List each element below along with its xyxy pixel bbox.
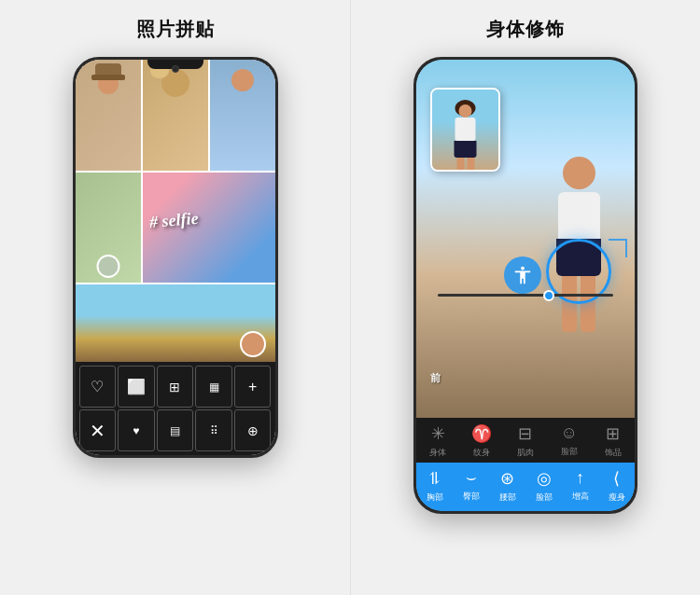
nav-item-waist[interactable]: ⊛ 腰部: [489, 468, 525, 504]
body-adjust-icon[interactable]: [504, 256, 541, 294]
nav-item-slim[interactable]: ⟨ 瘦身: [598, 468, 635, 504]
slider-indicator[interactable]: [543, 290, 554, 301]
right-panel: 身体修饰: [350, 0, 700, 595]
tattoo-nav-label: 纹身: [473, 447, 490, 459]
before-thumbnail[interactable]: [430, 88, 500, 172]
toolbar-icon-square[interactable]: ⬜: [118, 366, 155, 408]
right-panel-title: 身体修饰: [486, 17, 565, 42]
collage-cell-3[interactable]: [210, 60, 275, 171]
nav-item-muscle[interactable]: ⊟ 肌肉: [504, 423, 548, 459]
collage-cell-5[interactable]: # selfie: [143, 173, 275, 284]
nav-item-tattoo[interactable]: ♈ 纹身: [460, 423, 504, 459]
body-photo-area[interactable]: 前: [416, 60, 635, 418]
nav-row-top: ✳ 身体 ♈ 纹身 ⊟ 肌肉 ☺ 脸部: [416, 418, 635, 463]
woman-head: [563, 157, 595, 189]
toolbar-icon-cols3[interactable]: ▦: [195, 366, 232, 408]
woman-top: [558, 192, 600, 239]
chest-nav-label: 胸部: [427, 491, 443, 504]
hip-nav-label: 臀部: [463, 491, 480, 503]
muscle-nav-icon: ⊟: [518, 423, 532, 444]
left-panel-title: 照片拼贴: [136, 17, 215, 42]
waist-nav-icon: ⊛: [500, 468, 514, 489]
progress-slider[interactable]: [416, 294, 635, 297]
woman-hair: [553, 149, 605, 191]
collage-toolbar: ♡ ⬜ ⊞ ▦ + ✕ ♥ ▤ ⠿ ⊕: [76, 362, 275, 455]
accessories-nav-label: 饰品: [605, 447, 622, 459]
toolbar-icon-rows[interactable]: ▤: [157, 409, 194, 451]
nav-item-accessories[interactable]: ⊞ 饰品: [591, 423, 635, 459]
height-nav-icon: ↑: [576, 468, 584, 488]
muscle-nav-label: 肌肉: [517, 447, 534, 459]
face-bottom-nav-icon: ◎: [537, 468, 552, 489]
face-top-nav-icon: ☺: [561, 423, 578, 443]
before-label: 前: [430, 371, 441, 385]
toolbar-icon-x[interactable]: ✕: [79, 409, 117, 451]
right-phone-mockup: 前: [413, 57, 637, 514]
toolbar-icon-dots[interactable]: ⠿: [195, 409, 232, 451]
collage-cell-1[interactable]: [76, 60, 141, 171]
selfie-hashtag: # selfie: [148, 209, 199, 232]
accessories-nav-icon: ⊞: [606, 423, 620, 444]
slim-nav-label: 瘦身: [609, 491, 625, 504]
toolbar-icon-heart[interactable]: ♡: [79, 366, 117, 408]
collage-cell-4[interactable]: [76, 173, 141, 284]
left-phone-mockup: # selfie ♡ ⬜ ⊞ ▦ +: [73, 57, 278, 458]
crop-icon: [609, 239, 627, 257]
toolbar-icon-heart2[interactable]: ♥: [118, 409, 155, 451]
nav-item-chest[interactable]: ⥮ 胸部: [416, 468, 453, 504]
hip-nav-icon: ⌣: [466, 468, 477, 488]
nav-row-bottom: ⥮ 胸部 ⌣ 臀部 ⊛ 腰部 ◎ 脸部: [416, 463, 635, 511]
slim-nav-icon: ⟨: [613, 468, 620, 489]
face-bottom-nav-label: 脸部: [536, 491, 553, 504]
left-phone-camera: [172, 65, 179, 73]
toolbar-icon-addplus[interactable]: ⊕: [234, 409, 272, 451]
collage-area[interactable]: # selfie: [76, 60, 275, 362]
chest-nav-icon: ⥮: [427, 468, 441, 489]
left-phone-screen: # selfie ♡ ⬜ ⊞ ▦ +: [76, 60, 275, 455]
nav-item-body[interactable]: ✳ 身体: [416, 423, 460, 459]
toolbar-icon-plus[interactable]: +: [234, 366, 272, 408]
collage-grid: # selfie: [76, 60, 275, 362]
collage-cell-2[interactable]: [143, 60, 208, 171]
left-panel: 照片拼贴: [0, 0, 350, 595]
nav-item-hip[interactable]: ⌣ 臀部: [453, 468, 489, 504]
body-nav-icon: ✳: [431, 423, 445, 444]
nav-item-face-top[interactable]: ☺ 脸部: [547, 423, 591, 459]
slider-track[interactable]: [438, 294, 612, 297]
main-container: 照片拼贴: [0, 0, 700, 595]
face-top-nav-label: 脸部: [561, 446, 578, 458]
height-nav-label: 增高: [572, 491, 589, 503]
body-nav-label: 身体: [429, 447, 446, 459]
tattoo-nav-icon: ♈: [471, 423, 492, 444]
toolbar-icon-grid4[interactable]: ⊞: [157, 366, 194, 408]
nav-item-height[interactable]: ↑ 增高: [562, 468, 598, 504]
collage-cell-6[interactable]: [76, 284, 275, 362]
waist-nav-label: 腰部: [499, 491, 516, 504]
nav-item-face-bottom[interactable]: ◎ 脸部: [525, 468, 562, 504]
right-phone-screen: 前: [416, 60, 635, 511]
